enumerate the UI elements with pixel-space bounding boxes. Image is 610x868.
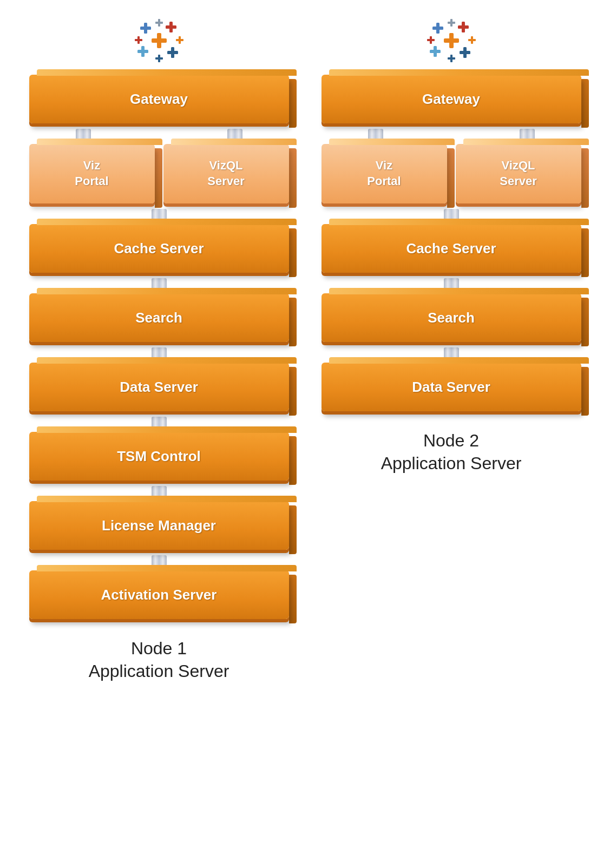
search2-label: Search xyxy=(428,310,475,326)
cache2-label: Cache Server xyxy=(406,240,496,257)
vizportal1-container: VizPortal xyxy=(29,144,155,203)
vizrow1-wrapper: VizPortal VizQLServer xyxy=(29,144,289,203)
gateway1-container: Gateway xyxy=(29,75,289,123)
activation1-container: Activation Server xyxy=(29,570,289,619)
main-diagram: Gateway VizPortal VizQLServer xyxy=(11,16,599,682)
svg-rect-23 xyxy=(458,25,469,29)
cache1-label: Cache Server xyxy=(114,240,204,257)
activation1-label: Activation Server xyxy=(101,587,217,603)
search2-container: Search xyxy=(322,293,581,342)
license1-container: License Manager xyxy=(29,501,289,550)
node1-column: Gateway VizPortal VizQLServer xyxy=(29,16,289,682)
svg-rect-3 xyxy=(140,27,151,30)
svg-rect-25 xyxy=(430,50,441,53)
cache1-container: Cache Server xyxy=(29,224,289,273)
gateway2-container: Gateway xyxy=(322,75,581,123)
search1-block: Search xyxy=(29,293,289,342)
cache1-block: Cache Server xyxy=(29,224,289,273)
vizql2-container: VizQLServer xyxy=(456,144,581,203)
svg-rect-19 xyxy=(444,38,459,43)
dataserver2-container: Data Server xyxy=(322,363,581,411)
cache1-wrapper: Cache Server xyxy=(29,224,289,273)
vizql1-block: VizQLServer xyxy=(163,144,289,203)
vizportal2-container: VizPortal xyxy=(322,144,447,203)
tsm1-block: TSM Control xyxy=(29,432,289,481)
vizrow2-wrapper: VizPortal VizQLServer xyxy=(322,144,581,203)
search2-wrapper: Search xyxy=(322,293,581,342)
node1-sublabel: Application Server xyxy=(89,661,229,681)
node2-sublabel: Application Server xyxy=(381,453,522,473)
node2-title: Node 2 xyxy=(423,431,479,450)
dataserver1-block: Data Server xyxy=(29,363,289,411)
activation1-wrapper: Activation Server xyxy=(29,570,289,619)
vizrow2-row: VizPortal VizQLServer xyxy=(322,144,581,203)
svg-rect-11 xyxy=(155,22,163,24)
node2-label: Node 2 Application Server xyxy=(381,430,522,475)
tableau-logo-node1 xyxy=(132,16,186,65)
vizql2-block: VizQLServer xyxy=(456,144,581,203)
svg-rect-21 xyxy=(432,27,443,30)
tsm1-wrapper: TSM Control xyxy=(29,432,289,481)
cache2-wrapper: Cache Server xyxy=(322,224,581,273)
license1-label: License Manager xyxy=(102,517,216,534)
cache2-block: Cache Server xyxy=(322,224,581,273)
dataserver2-block: Data Server xyxy=(322,363,581,411)
node1-title: Node 1 xyxy=(131,639,187,658)
gateway2-label: Gateway xyxy=(422,91,480,108)
vizrow1-row: VizPortal VizQLServer xyxy=(29,144,289,203)
search1-container: Search xyxy=(29,293,289,342)
search2-block: Search xyxy=(322,293,581,342)
vizql1-label: VizQLServer xyxy=(207,158,245,189)
search1-wrapper: Search xyxy=(29,293,289,342)
svg-rect-7 xyxy=(137,50,148,53)
svg-rect-15 xyxy=(176,39,183,41)
dataserver1-container: Data Server xyxy=(29,363,289,411)
svg-rect-17 xyxy=(155,57,163,60)
svg-rect-31 xyxy=(427,39,435,41)
svg-rect-9 xyxy=(167,51,178,54)
license1-block: License Manager xyxy=(29,501,289,550)
svg-rect-33 xyxy=(468,39,476,41)
gateway2-block: Gateway xyxy=(322,75,581,123)
license1-wrapper: License Manager xyxy=(29,501,289,550)
gateway1-block: Gateway xyxy=(29,75,289,123)
node2-column: Gateway VizPortal VizQLServer xyxy=(322,16,581,475)
vizportal2-block: VizPortal xyxy=(322,144,447,203)
dataserver2-wrapper: Data Server xyxy=(322,363,581,411)
svg-rect-27 xyxy=(460,51,470,54)
gateway1-wrapper: Gateway xyxy=(29,75,289,123)
node1-label: Node 1 Application Server xyxy=(89,637,229,682)
svg-rect-5 xyxy=(166,25,176,29)
tableau-logo-node2 xyxy=(424,16,478,65)
svg-rect-1 xyxy=(152,38,167,43)
dataserver2-label: Data Server xyxy=(412,379,490,396)
dataserver1-label: Data Server xyxy=(120,379,198,396)
tsm1-container: TSM Control xyxy=(29,432,289,481)
dataserver1-wrapper: Data Server xyxy=(29,363,289,411)
vizql2-label: VizQLServer xyxy=(500,158,537,189)
search1-label: Search xyxy=(135,310,182,326)
activation1-block: Activation Server xyxy=(29,570,289,619)
vizportal1-label: VizPortal xyxy=(75,158,108,189)
vizportal1-block: VizPortal xyxy=(29,144,155,203)
svg-rect-29 xyxy=(448,22,455,24)
vizportal2-label: VizPortal xyxy=(367,158,401,189)
svg-rect-35 xyxy=(448,57,455,60)
svg-rect-13 xyxy=(135,39,142,41)
vizql1-container: VizQLServer xyxy=(163,144,289,203)
tsm1-label: TSM Control xyxy=(117,448,201,465)
gateway1-label: Gateway xyxy=(130,91,188,108)
gateway2-wrapper: Gateway xyxy=(322,75,581,123)
cache2-container: Cache Server xyxy=(322,224,581,273)
